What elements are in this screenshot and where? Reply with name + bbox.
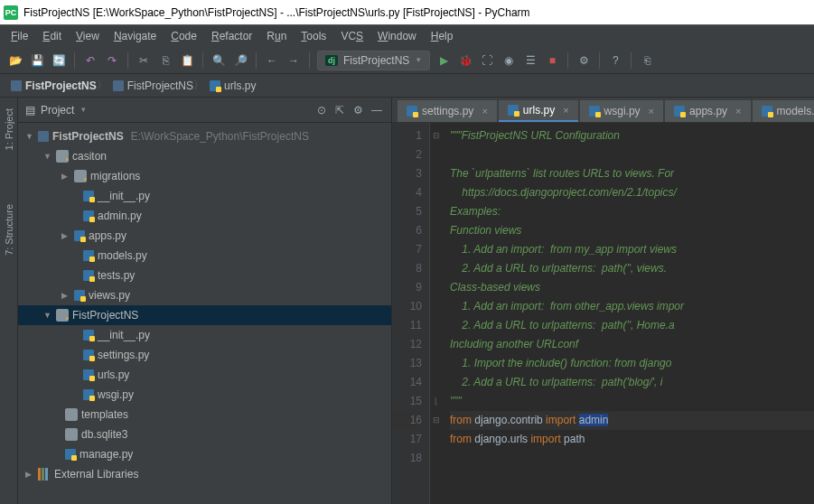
close-icon[interactable]: × xyxy=(482,106,487,117)
window-title: FistProjectNS [E:\WorkSpace_Python\FistP… xyxy=(23,6,530,19)
replace-icon[interactable]: 🔎 xyxy=(232,52,248,69)
tree-folder-casiton[interactable]: ▼casiton xyxy=(18,146,391,166)
tree-file-tests[interactable]: tests.py xyxy=(18,266,391,285)
save-all-icon[interactable]: 💾 xyxy=(29,52,45,69)
project-icon xyxy=(38,131,49,142)
breadcrumb-root[interactable]: FistProjectNS xyxy=(5,78,106,94)
menu-view[interactable]: View xyxy=(70,28,105,44)
run-config-selector[interactable]: dj FistProjectNS ▼ xyxy=(317,51,430,70)
menu-vcs[interactable]: VCS xyxy=(335,28,369,44)
menu-refactor[interactable]: Refactor xyxy=(206,28,257,44)
menu-help[interactable]: Help xyxy=(426,28,459,44)
project-tree[interactable]: ▼FistProjectNSE:\WorkSpace_Python\FistPr… xyxy=(18,123,391,504)
separator xyxy=(256,52,257,69)
tree-label: admin.py xyxy=(98,210,142,222)
coverage-icon[interactable]: ⛶ xyxy=(479,52,495,69)
code-content[interactable]: """FistProjectNS URL ConfigurationThe `u… xyxy=(443,123,814,504)
tree-file-apps[interactable]: ▶apps.py xyxy=(18,226,391,246)
help-icon[interactable]: ? xyxy=(607,52,623,69)
package-icon xyxy=(74,170,87,182)
tree-folder-migrations[interactable]: ▶migrations xyxy=(18,166,391,186)
tree-label: wsgi.py xyxy=(98,388,134,401)
tree-file-views[interactable]: ▶views.py xyxy=(18,285,391,305)
manage-py-icon[interactable]: ⎗ xyxy=(639,52,655,69)
python-file-icon xyxy=(83,191,94,201)
scroll-from-source-icon[interactable]: ⊙ xyxy=(317,104,330,117)
collapse-all-icon[interactable]: ⇱ xyxy=(335,104,348,117)
undo-icon[interactable]: ↶ xyxy=(82,52,98,69)
tree-path: E:\WorkSpace_Python\FistProjectNS xyxy=(131,130,309,143)
menu-navigate[interactable]: Navigate xyxy=(108,28,162,44)
menu-window[interactable]: Window xyxy=(372,28,422,44)
python-file-icon xyxy=(65,449,76,460)
tree-external-libraries[interactable]: ▶External Libraries xyxy=(18,464,391,484)
tab-label: models. xyxy=(777,105,814,117)
window-titlebar: PC FistProjectNS [E:\WorkSpace_Python\Fi… xyxy=(0,0,814,25)
sync-icon[interactable]: 🔄 xyxy=(51,52,67,69)
settings-icon[interactable]: ⚙ xyxy=(575,52,592,69)
tool-tab-structure[interactable]: 7: Structure xyxy=(4,201,14,259)
tree-file-init2[interactable]: __init__.py xyxy=(18,325,391,345)
redo-icon[interactable]: ↷ xyxy=(104,52,120,69)
run-icon[interactable]: ▶ xyxy=(435,52,452,69)
menu-file[interactable]: File xyxy=(5,28,33,44)
breadcrumb-label: FistProjectNS xyxy=(25,79,97,92)
tree-label: migrations xyxy=(90,170,140,182)
breadcrumb-file[interactable]: urls.py xyxy=(204,78,265,94)
tree-file-admin[interactable]: admin.py xyxy=(18,206,391,226)
tree-file-models[interactable]: models.py xyxy=(18,246,391,266)
tree-folder-templates[interactable]: templates xyxy=(18,405,391,425)
tree-file-settings[interactable]: settings.py xyxy=(18,345,391,365)
tab-models[interactable]: models. xyxy=(753,100,814,122)
concurrency-icon[interactable]: ☰ xyxy=(522,52,538,69)
tab-urls[interactable]: urls.py× xyxy=(499,100,578,122)
forward-icon[interactable]: → xyxy=(285,52,302,69)
tree-label: views.py xyxy=(89,289,130,302)
breadcrumb-folder[interactable]: FistProjectNS xyxy=(108,78,202,94)
project-panel-header: ▤ Project ▼ ⊙ ⇱ ⚙ — xyxy=(18,98,391,123)
tab-apps[interactable]: apps.py× xyxy=(665,100,750,122)
tree-file-urls[interactable]: urls.py xyxy=(18,365,391,385)
tree-file-init[interactable]: __init__.py xyxy=(18,186,391,206)
tree-file-manage[interactable]: manage.py xyxy=(18,444,391,464)
gear-icon[interactable]: ⚙ xyxy=(353,104,366,117)
close-icon[interactable]: × xyxy=(563,105,568,116)
back-icon[interactable]: ← xyxy=(264,52,280,69)
close-icon[interactable]: × xyxy=(649,106,654,117)
python-file-icon xyxy=(210,80,220,91)
tree-file-db[interactable]: db.sqlite3 xyxy=(18,425,391,444)
breadcrumb-label: FistProjectNS xyxy=(127,79,193,92)
fold-column[interactable]: ⊟⌊⊟ xyxy=(430,123,443,504)
close-icon[interactable]: × xyxy=(735,106,741,117)
tool-tab-project[interactable]: 1: Project xyxy=(4,105,14,154)
tree-label: manage.py xyxy=(80,448,133,461)
panel-title: Project xyxy=(41,104,74,117)
paste-icon[interactable]: 📋 xyxy=(179,52,195,69)
chevron-down-icon[interactable]: ▼ xyxy=(80,106,87,114)
toolbar: 📂 💾 🔄 ↶ ↷ ✂ ⎘ 📋 🔍 🔎 ← → dj FistProjectNS… xyxy=(0,47,814,74)
package-icon xyxy=(56,309,69,322)
tab-wsgi[interactable]: wsgi.py× xyxy=(580,100,663,122)
python-file-icon xyxy=(589,106,600,117)
hide-icon[interactable]: — xyxy=(371,104,384,117)
tree-file-wsgi[interactable]: wsgi.py xyxy=(18,385,391,405)
cut-icon[interactable]: ✂ xyxy=(136,52,152,69)
left-tool-strip: 1: Project 7: Structure xyxy=(0,98,18,504)
copy-icon[interactable]: ⎘ xyxy=(157,52,173,69)
code-editor[interactable]: 123456789101112131415161718 ⊟⌊⊟ """FistP… xyxy=(392,123,814,504)
tree-root[interactable]: ▼FistProjectNSE:\WorkSpace_Python\FistPr… xyxy=(18,126,391,146)
python-file-icon xyxy=(83,210,94,221)
menu-run[interactable]: Run xyxy=(261,28,292,44)
tree-folder-fistprojectns[interactable]: ▼FistProjectNS xyxy=(18,305,391,325)
stop-icon[interactable]: ■ xyxy=(544,52,560,69)
menu-edit[interactable]: Edit xyxy=(37,28,67,44)
menu-code[interactable]: Code xyxy=(165,28,202,44)
find-icon[interactable]: 🔍 xyxy=(211,52,227,69)
tab-settings[interactable]: settings.py× xyxy=(398,100,497,122)
menu-tools[interactable]: Tools xyxy=(295,28,332,44)
debug-icon[interactable]: 🐞 xyxy=(457,52,473,69)
breadcrumb-label: urls.py xyxy=(224,79,256,92)
profile-icon[interactable]: ◉ xyxy=(501,52,517,69)
python-file-icon xyxy=(674,106,685,117)
open-icon[interactable]: 📂 xyxy=(7,52,23,69)
